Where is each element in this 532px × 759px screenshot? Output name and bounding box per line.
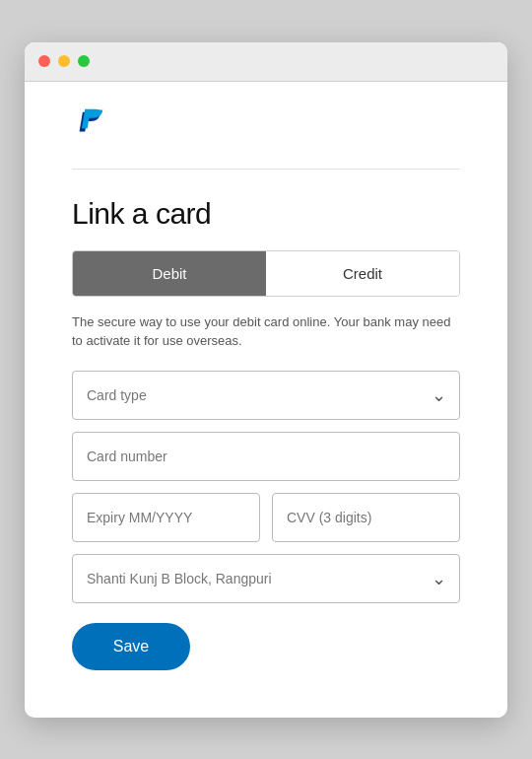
logo-area	[72, 105, 460, 145]
expiry-input[interactable]	[72, 493, 260, 542]
card-type-tabs: Debit Credit	[72, 250, 460, 297]
close-dot[interactable]	[38, 55, 50, 67]
titlebar	[25, 42, 507, 82]
expiry-group	[72, 493, 260, 542]
card-description: The secure way to use your debit card on…	[72, 312, 460, 351]
cvv-input[interactable]	[272, 493, 460, 542]
minimize-dot[interactable]	[58, 55, 70, 67]
main-content: Link a card Debit Credit The secure way …	[25, 82, 507, 718]
expiry-cvv-row	[72, 493, 460, 554]
tab-debit[interactable]: Debit	[73, 251, 266, 296]
address-group: ⌄	[72, 554, 460, 603]
card-number-input[interactable]	[72, 432, 460, 481]
card-type-input[interactable]	[72, 371, 460, 420]
address-input[interactable]	[72, 554, 460, 603]
card-type-group: ⌄	[72, 371, 460, 420]
logo-divider	[72, 169, 460, 170]
paypal-logo-icon	[72, 105, 107, 141]
card-number-group	[72, 432, 460, 481]
save-button[interactable]: Save	[72, 623, 190, 670]
page-title: Link a card	[72, 197, 460, 231]
maximize-dot[interactable]	[78, 55, 90, 67]
app-window: Link a card Debit Credit The secure way …	[25, 42, 507, 718]
tab-credit[interactable]: Credit	[266, 251, 459, 296]
cvv-group	[272, 493, 460, 542]
